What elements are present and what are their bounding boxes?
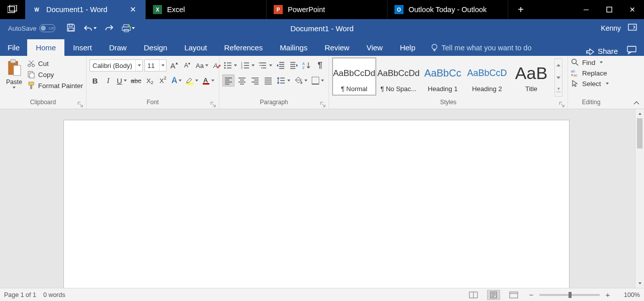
task-view-icon[interactable] xyxy=(0,0,25,19)
app-tab-excel[interactable]: X Excel xyxy=(146,0,267,19)
justify-button[interactable] xyxy=(263,74,274,87)
select-button[interactable]: Select xyxy=(571,80,609,88)
undo-button[interactable] xyxy=(84,24,97,33)
italic-button[interactable]: I xyxy=(103,74,114,87)
clear-formatting-button[interactable]: A xyxy=(211,59,222,71)
subscript-button[interactable]: X2 xyxy=(144,74,155,87)
share-button[interactable]: Share xyxy=(586,47,618,55)
font-color-button[interactable]: A xyxy=(201,74,215,87)
style-heading-2[interactable]: AaBbCcDHeading 2 xyxy=(465,57,509,96)
web-layout-view-button[interactable] xyxy=(507,290,520,300)
bullets-button[interactable] xyxy=(222,59,238,71)
styles-gallery-nav[interactable]: ▾— xyxy=(554,58,562,97)
styles-gallery[interactable]: AaBbCcDd¶ NormalAaBbCcDd¶ No Spac...AaBb… xyxy=(332,57,553,96)
highlight-color-button[interactable] xyxy=(185,74,199,87)
vertical-scrollbar[interactable] xyxy=(635,109,644,288)
style-heading-1[interactable]: AaBbCcHeading 1 xyxy=(421,57,465,96)
quick-print-button[interactable] xyxy=(122,24,135,33)
strikethrough-button[interactable]: abc xyxy=(130,74,142,87)
save-icon[interactable] xyxy=(66,23,75,34)
ribbon-tab-home[interactable]: Home xyxy=(27,39,64,56)
ribbon-tab-view[interactable]: View xyxy=(358,39,391,56)
find-button[interactable]: Find xyxy=(571,58,609,66)
text-effects-button[interactable]: A xyxy=(171,74,183,87)
grow-font-button[interactable]: A▴ xyxy=(169,59,180,71)
app-tab-outlook[interactable]: O Outlook Today - Outlook xyxy=(387,0,508,19)
app-tab-powerpoint[interactable]: P PowerPoint xyxy=(267,0,387,19)
clipboard-dialog-launcher[interactable] xyxy=(77,102,83,107)
ribbon-tab-references[interactable]: References xyxy=(215,39,271,56)
zoom-slider[interactable]: − + xyxy=(527,290,612,299)
autosave-toggle[interactable]: AutoSave Off xyxy=(8,24,55,32)
page-count[interactable]: Page 1 of 1 xyxy=(4,291,36,298)
superscript-button[interactable]: X2 xyxy=(157,74,169,87)
align-right-button[interactable] xyxy=(250,74,261,87)
gallery-down-icon[interactable] xyxy=(555,71,562,84)
read-mode-view-button[interactable] xyxy=(467,290,480,300)
gallery-more-icon[interactable]: ▾— xyxy=(555,84,562,96)
comments-icon[interactable] xyxy=(627,46,637,56)
bold-button[interactable]: B xyxy=(90,74,101,87)
collapse-ribbon-button[interactable] xyxy=(633,99,640,108)
document-page[interactable] xyxy=(63,120,570,288)
ribbon-tab-draw[interactable]: Draw xyxy=(101,39,135,56)
maximize-button[interactable] xyxy=(598,0,621,19)
show-hide-paragraph-button[interactable]: ¶ xyxy=(314,59,326,71)
zoom-out-button[interactable]: − xyxy=(527,290,535,299)
cut-button[interactable]: Cut xyxy=(27,59,83,67)
copy-button[interactable]: Copy xyxy=(27,70,83,79)
borders-button[interactable] xyxy=(310,74,325,87)
new-tab-button[interactable]: + xyxy=(508,0,533,19)
underline-button[interactable]: U xyxy=(116,74,128,87)
ribbon-tab-mailings[interactable]: Mailings xyxy=(271,39,316,56)
font-size-input[interactable] xyxy=(145,62,159,69)
font-dialog-launcher[interactable] xyxy=(210,102,216,107)
decrease-indent-button[interactable] xyxy=(275,59,286,71)
zoom-thumb[interactable] xyxy=(569,292,572,298)
user-name[interactable]: Kenny xyxy=(601,24,621,32)
ribbon-display-options-icon[interactable] xyxy=(628,24,637,33)
replace-button[interactable]: abacReplace xyxy=(571,69,609,77)
style-title[interactable]: AaBTitle xyxy=(509,57,553,96)
change-case-button[interactable]: Aa xyxy=(195,59,209,71)
tell-me-search[interactable]: Tell me what you want to do xyxy=(424,39,538,56)
format-painter-button[interactable]: Format Painter xyxy=(27,82,83,90)
style--normal[interactable]: AaBbCcDd¶ Normal xyxy=(332,57,376,96)
close-tab-icon[interactable]: ✕ xyxy=(128,6,138,14)
ribbon-tab-insert[interactable]: Insert xyxy=(64,39,101,56)
align-left-button[interactable] xyxy=(222,74,234,87)
sort-button[interactable]: AZ xyxy=(301,59,312,71)
scroll-down-icon[interactable] xyxy=(635,279,644,288)
font-size-combo[interactable] xyxy=(144,59,167,71)
ribbon-tab-review[interactable]: Review xyxy=(316,39,358,56)
redo-button[interactable] xyxy=(105,23,114,34)
minimize-button[interactable]: ─ xyxy=(575,0,598,19)
word-count[interactable]: 0 words xyxy=(43,291,65,298)
app-tab-word[interactable]: W Document1 - Word ✕ xyxy=(25,0,146,19)
ribbon-tab-help[interactable]: Help xyxy=(391,39,424,56)
font-name-input[interactable] xyxy=(90,62,135,69)
style--no-spac-[interactable]: AaBbCcDd¶ No Spac... xyxy=(376,57,421,96)
paste-button[interactable]: Paste xyxy=(3,57,25,89)
ribbon-tab-design[interactable]: Design xyxy=(135,39,176,56)
scroll-up-icon[interactable] xyxy=(635,109,644,118)
ribbon-tab-file[interactable]: File xyxy=(0,39,27,56)
styles-dialog-launcher[interactable] xyxy=(559,102,565,107)
gallery-up-icon[interactable] xyxy=(555,59,562,71)
zoom-in-button[interactable]: + xyxy=(604,290,612,299)
zoom-track[interactable] xyxy=(539,294,600,296)
scrollbar-thumb[interactable] xyxy=(637,118,642,148)
shrink-font-button[interactable]: A▾ xyxy=(182,59,193,71)
increase-indent-button[interactable] xyxy=(288,59,299,71)
shading-button[interactable] xyxy=(293,74,308,87)
ribbon-tab-layout[interactable]: Layout xyxy=(176,39,215,56)
line-spacing-button[interactable] xyxy=(276,74,291,87)
close-window-button[interactable]: ✕ xyxy=(621,0,644,19)
align-center-button[interactable] xyxy=(236,74,248,87)
numbering-button[interactable]: 123 xyxy=(240,59,256,71)
font-name-combo[interactable] xyxy=(90,59,143,71)
paragraph-dialog-launcher[interactable] xyxy=(320,102,326,107)
zoom-level[interactable]: 100% xyxy=(619,291,640,298)
print-layout-view-button[interactable] xyxy=(487,290,500,300)
multilevel-list-button[interactable] xyxy=(258,59,273,71)
